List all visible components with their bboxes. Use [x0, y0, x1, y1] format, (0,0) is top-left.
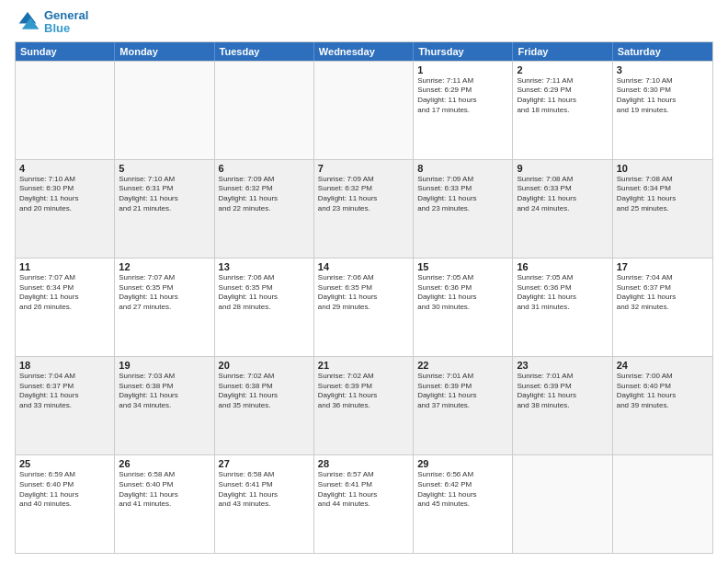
cal-row-1: 4Sunrise: 7:10 AMSunset: 6:30 PMDaylight… — [16, 159, 712, 258]
weekday-header-tuesday: Tuesday — [215, 42, 314, 61]
day-number: 28 — [318, 458, 409, 469]
cell-info: Sunrise: 7:08 AMSunset: 6:33 PMDaylight:… — [517, 175, 608, 214]
day-number: 12 — [119, 261, 210, 272]
cal-cell: 13Sunrise: 7:06 AMSunset: 6:35 PMDayligh… — [215, 259, 314, 356]
day-number: 18 — [19, 360, 110, 371]
day-number: 11 — [19, 261, 110, 272]
cal-cell: 15Sunrise: 7:05 AMSunset: 6:36 PMDayligh… — [414, 259, 513, 356]
weekday-header-saturday: Saturday — [613, 42, 712, 61]
cal-cell: 8Sunrise: 7:09 AMSunset: 6:33 PMDaylight… — [414, 160, 513, 258]
cell-info: Sunrise: 7:03 AMSunset: 6:38 PMDaylight:… — [119, 372, 210, 411]
cal-cell: 7Sunrise: 7:09 AMSunset: 6:32 PMDaylight… — [314, 160, 414, 258]
cal-cell: 1Sunrise: 7:11 AMSunset: 6:29 PMDaylight… — [414, 62, 513, 159]
cal-cell: 11Sunrise: 7:07 AMSunset: 6:34 PMDayligh… — [16, 259, 115, 356]
cell-info: Sunrise: 7:02 AMSunset: 6:38 PMDaylight:… — [219, 372, 310, 411]
cell-info: Sunrise: 7:10 AMSunset: 6:31 PMDaylight:… — [119, 175, 210, 214]
day-number: 24 — [617, 360, 709, 371]
cal-cell — [16, 62, 115, 159]
day-number: 6 — [219, 163, 310, 174]
cal-cell: 12Sunrise: 7:07 AMSunset: 6:35 PMDayligh… — [115, 259, 214, 356]
cal-cell — [613, 455, 712, 553]
cal-cell: 21Sunrise: 7:02 AMSunset: 6:39 PMDayligh… — [314, 357, 414, 454]
day-number: 23 — [517, 360, 608, 371]
day-number: 1 — [417, 64, 508, 75]
calendar: SundayMondayTuesdayWednesdayThursdayFrid… — [15, 41, 713, 554]
cell-info: Sunrise: 6:57 AMSunset: 6:41 PMDaylight:… — [318, 470, 409, 510]
weekday-header-sunday: Sunday — [16, 42, 115, 61]
day-number: 22 — [417, 360, 508, 371]
cal-cell: 25Sunrise: 6:59 AMSunset: 6:40 PMDayligh… — [16, 455, 115, 553]
cal-cell: 28Sunrise: 6:57 AMSunset: 6:41 PMDayligh… — [314, 455, 414, 553]
cell-info: Sunrise: 7:08 AMSunset: 6:34 PMDaylight:… — [617, 175, 709, 214]
logo-text: General Blue — [44, 9, 88, 36]
day-number: 27 — [219, 458, 310, 469]
cal-cell: 29Sunrise: 6:56 AMSunset: 6:42 PMDayligh… — [414, 455, 513, 553]
cell-info: Sunrise: 7:11 AMSunset: 6:29 PMDaylight:… — [517, 76, 608, 116]
cal-cell — [513, 455, 612, 553]
page: General Blue SundayMondayTuesdayWednesda… — [0, 0, 728, 563]
cal-cell: 18Sunrise: 7:04 AMSunset: 6:37 PMDayligh… — [16, 357, 115, 454]
day-number: 14 — [318, 261, 409, 272]
cal-cell: 6Sunrise: 7:09 AMSunset: 6:32 PMDaylight… — [215, 160, 314, 258]
cal-cell: 19Sunrise: 7:03 AMSunset: 6:38 PMDayligh… — [115, 357, 214, 454]
cal-cell: 9Sunrise: 7:08 AMSunset: 6:33 PMDaylight… — [513, 160, 612, 258]
cal-cell: 22Sunrise: 7:01 AMSunset: 6:39 PMDayligh… — [414, 357, 513, 454]
day-number: 9 — [517, 163, 608, 174]
cell-info: Sunrise: 6:56 AMSunset: 6:42 PMDaylight:… — [417, 470, 508, 510]
day-number: 10 — [617, 163, 709, 174]
cal-cell: 16Sunrise: 7:05 AMSunset: 6:36 PMDayligh… — [513, 259, 612, 356]
cal-cell — [215, 62, 314, 159]
day-number: 8 — [417, 163, 508, 174]
cell-info: Sunrise: 7:04 AMSunset: 6:37 PMDaylight:… — [617, 273, 709, 313]
cal-cell: 5Sunrise: 7:10 AMSunset: 6:31 PMDaylight… — [115, 160, 214, 258]
cell-info: Sunrise: 7:09 AMSunset: 6:33 PMDaylight:… — [417, 175, 508, 214]
weekday-header-friday: Friday — [513, 42, 612, 61]
cal-row-4: 25Sunrise: 6:59 AMSunset: 6:40 PMDayligh… — [16, 454, 712, 553]
day-number: 21 — [318, 360, 409, 371]
cell-info: Sunrise: 7:06 AMSunset: 6:35 PMDaylight:… — [219, 273, 310, 313]
cal-cell — [314, 62, 414, 159]
cell-info: Sunrise: 7:09 AMSunset: 6:32 PMDaylight:… — [219, 175, 310, 214]
cell-info: Sunrise: 7:01 AMSunset: 6:39 PMDaylight:… — [417, 372, 508, 411]
cal-row-3: 18Sunrise: 7:04 AMSunset: 6:37 PMDayligh… — [16, 356, 712, 454]
cell-info: Sunrise: 7:00 AMSunset: 6:40 PMDaylight:… — [617, 372, 709, 411]
weekday-header-thursday: Thursday — [414, 42, 513, 61]
logo-icon — [15, 9, 40, 35]
weekday-header-monday: Monday — [115, 42, 214, 61]
day-number: 19 — [119, 360, 210, 371]
cell-info: Sunrise: 7:10 AMSunset: 6:30 PMDaylight:… — [19, 175, 110, 214]
cal-row-2: 11Sunrise: 7:07 AMSunset: 6:34 PMDayligh… — [16, 258, 712, 356]
cell-info: Sunrise: 7:05 AMSunset: 6:36 PMDaylight:… — [417, 273, 508, 313]
day-number: 3 — [617, 64, 709, 75]
cal-cell: 2Sunrise: 7:11 AMSunset: 6:29 PMDaylight… — [513, 62, 612, 159]
cell-info: Sunrise: 6:59 AMSunset: 6:40 PMDaylight:… — [19, 470, 110, 510]
cell-info: Sunrise: 7:07 AMSunset: 6:35 PMDaylight:… — [119, 273, 210, 313]
day-number: 7 — [318, 163, 409, 174]
cell-info: Sunrise: 7:10 AMSunset: 6:30 PMDaylight:… — [617, 76, 709, 116]
cell-info: Sunrise: 6:58 AMSunset: 6:41 PMDaylight:… — [219, 470, 310, 510]
day-number: 17 — [617, 261, 709, 272]
header: General Blue — [15, 9, 713, 36]
cal-cell: 3Sunrise: 7:10 AMSunset: 6:30 PMDaylight… — [613, 62, 712, 159]
calendar-body: 1Sunrise: 7:11 AMSunset: 6:29 PMDaylight… — [16, 61, 712, 553]
cell-info: Sunrise: 7:06 AMSunset: 6:35 PMDaylight:… — [318, 273, 409, 313]
cal-cell: 27Sunrise: 6:58 AMSunset: 6:41 PMDayligh… — [215, 455, 314, 553]
day-number: 25 — [19, 458, 110, 469]
cell-info: Sunrise: 7:02 AMSunset: 6:39 PMDaylight:… — [318, 372, 409, 411]
day-number: 20 — [219, 360, 310, 371]
cell-info: Sunrise: 7:11 AMSunset: 6:29 PMDaylight:… — [417, 76, 508, 116]
cell-info: Sunrise: 6:58 AMSunset: 6:40 PMDaylight:… — [119, 470, 210, 510]
day-number: 15 — [417, 261, 508, 272]
cal-cell: 10Sunrise: 7:08 AMSunset: 6:34 PMDayligh… — [613, 160, 712, 258]
day-number: 16 — [517, 261, 608, 272]
cell-info: Sunrise: 7:09 AMSunset: 6:32 PMDaylight:… — [318, 175, 409, 214]
cal-cell: 23Sunrise: 7:01 AMSunset: 6:39 PMDayligh… — [513, 357, 612, 454]
cal-cell — [115, 62, 214, 159]
cell-info: Sunrise: 7:05 AMSunset: 6:36 PMDaylight:… — [517, 273, 608, 313]
cal-cell: 24Sunrise: 7:00 AMSunset: 6:40 PMDayligh… — [613, 357, 712, 454]
logo: General Blue — [15, 9, 88, 36]
day-number: 2 — [517, 64, 608, 75]
cal-row-0: 1Sunrise: 7:11 AMSunset: 6:29 PMDaylight… — [16, 61, 712, 159]
weekday-header-wednesday: Wednesday — [314, 42, 414, 61]
cell-info: Sunrise: 7:07 AMSunset: 6:34 PMDaylight:… — [19, 273, 110, 313]
